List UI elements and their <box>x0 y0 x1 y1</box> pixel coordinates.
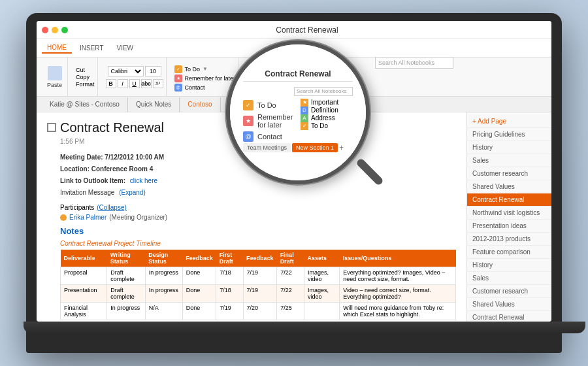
mag-inner: ✓ To Do ★ Remember for later @ Contact <box>243 99 353 143</box>
sidebar-item-shared1[interactable]: Shared Values <box>467 180 551 193</box>
address-icon: A <box>301 114 308 122</box>
mag-todo-label: To Do <box>257 101 276 109</box>
title-bar: Contract Renewal <box>37 21 551 39</box>
col-writing: Writing Status <box>107 250 145 267</box>
bold-button[interactable]: B <box>106 79 116 88</box>
sidebar-item-pricing[interactable]: Pricing Guidelines <box>467 128 551 141</box>
invitation-label: Invitation Message <box>60 189 114 196</box>
tab-katie[interactable]: Katie @ Sites - Contoso <box>42 97 128 112</box>
tag-remember-button[interactable]: ★ Remember for later <box>174 75 236 82</box>
mag-search-bar: Search All Notebooks <box>294 87 353 96</box>
magnifier-overlay: Contract Renewal Search All Notebooks ✓ … <box>226 41 370 184</box>
right-sidebar: + Add Page Pricing Guidelines History Sa… <box>466 112 551 322</box>
important-icon: ★ <box>301 99 308 107</box>
participant-item: Erika Palmer (Meeting Organizer) <box>60 214 456 221</box>
maximize-button[interactable] <box>61 27 68 33</box>
link-label: Link to Outlook Item: <box>60 177 125 184</box>
table-row: Financial Analysis In progress N/A Done … <box>61 303 456 320</box>
definition-label: Definition <box>311 107 338 114</box>
mag-left: ✓ To Do ★ Remember for later @ Contact <box>243 99 295 143</box>
participants-section: Participants (Collapse) Erika Palmer (Me… <box>60 204 456 221</box>
mag-right: ★ Important D Definition A Address ✓ <box>301 99 353 143</box>
col-finaldraft: Final Draft <box>277 250 304 267</box>
project-table: Deliverable Writing Status Design Status… <box>60 250 456 320</box>
mag-tab-team-meetings[interactable]: Team Meetings <box>243 143 291 152</box>
italic-button[interactable]: I <box>118 79 128 88</box>
font-size-input[interactable] <box>145 66 161 76</box>
mag-tag-todo: ✓ To Do <box>243 99 295 112</box>
sidebar-item-northwind[interactable]: Northwind visit logistics <box>467 207 551 220</box>
mag-notebook-tabs: Team Meetings New Section 1 + <box>243 143 353 152</box>
notes-heading: Notes <box>60 226 456 236</box>
sidebar-item-presentation[interactable]: Presentation ideas <box>467 220 551 233</box>
tag-contact-button[interactable]: @ Contact <box>174 84 236 92</box>
participant-name[interactable]: Erika Palmer <box>69 214 106 221</box>
col-feedback1: Feedback <box>182 250 216 267</box>
sidebar-item-customer1[interactable]: Customer research <box>467 167 551 180</box>
mag-tag-remember: ★ Remember for later <box>243 112 295 130</box>
page-title-checkbox[interactable] <box>47 123 56 132</box>
sidebar-item-sales1[interactable]: Sales <box>467 154 551 167</box>
format-button[interactable]: Format <box>76 81 95 88</box>
collapse-link[interactable]: (Collapse) <box>97 204 127 211</box>
tab-contoso[interactable]: Contoso <box>180 97 220 112</box>
edit-group: Cut Copy Format <box>73 58 98 96</box>
strikethrough-button[interactable]: abc <box>141 79 152 88</box>
add-page-button[interactable]: + Add Page <box>467 115 551 128</box>
mag-add-tab-button[interactable]: + <box>339 143 344 152</box>
sidebar-item-shared2[interactable]: Shared Values <box>467 298 551 311</box>
tab-home[interactable]: HOME <box>42 42 72 54</box>
todo-check-icon: ✓ <box>301 122 308 130</box>
tags-group: ✓ To Do ▼ ★ Remember for later @ Contact <box>172 58 239 96</box>
laptop-outer: Contract Renewal HOME INSERT VIEW Paste <box>26 13 562 353</box>
clipboard-group: Paste <box>42 58 68 96</box>
minimize-button[interactable] <box>52 27 58 33</box>
mag-tag-contact: @ Contact <box>243 130 295 143</box>
paste-button[interactable]: Paste <box>44 65 65 90</box>
font-group: Calibri B I U abc X² <box>103 58 167 96</box>
sidebar-item-contract1[interactable]: Contract Renewal <box>467 193 551 207</box>
mag-right-address: A Address <box>301 114 353 122</box>
tag-todo-button[interactable]: ✓ To Do ▼ <box>174 65 236 73</box>
tab-insert[interactable]: INSERT <box>74 43 109 53</box>
sidebar-item-sales2[interactable]: Sales <box>467 272 551 285</box>
window-title: Contract Renewal <box>68 25 546 35</box>
superscript-button[interactable]: X² <box>153 79 163 88</box>
copy-button[interactable]: Copy <box>76 74 90 80</box>
sidebar-item-feature[interactable]: Feature comparison <box>467 246 551 259</box>
sidebar-item-2012products[interactable]: 2012-2013 products <box>467 233 551 246</box>
col-issues: Issues/Questions <box>340 250 456 267</box>
table-row: Proposal Draft complete In progress Done… <box>61 267 456 285</box>
traffic-lights <box>42 27 68 33</box>
tab-view[interactable]: VIEW <box>112 43 139 53</box>
mag-contact-icon: @ <box>243 131 253 142</box>
participants-label: Participants <box>60 204 94 211</box>
close-button[interactable] <box>42 27 48 33</box>
sidebar-item-customer2[interactable]: Customer research <box>467 285 551 298</box>
col-firstdraft: First Draft <box>216 250 243 267</box>
underline-button[interactable]: U <box>129 79 140 88</box>
col-feedback2: Feedback <box>243 250 277 267</box>
mag-tab-new-section[interactable]: New Section 1 <box>292 143 338 152</box>
mag-right-definition: D Definition <box>301 107 353 114</box>
sidebar-item-history2[interactable]: History <box>467 259 551 272</box>
mag-remember-label: Remember for later <box>257 113 295 129</box>
col-deliverable: Deliverable <box>61 250 107 267</box>
cut-button[interactable]: Cut <box>76 67 85 73</box>
col-design: Design Status <box>145 250 182 267</box>
important-label: Important <box>311 99 338 106</box>
participant-role: (Meeting Organizer) <box>109 214 167 221</box>
search-bar: Search All Notebooks <box>375 57 453 69</box>
laptop-screen: Contract Renewal HOME INSERT VIEW Paste <box>37 21 551 322</box>
col-assets: Assets <box>304 250 340 267</box>
font-name-select[interactable]: Calibri <box>108 66 144 76</box>
sidebar-item-history1[interactable]: History <box>467 141 551 154</box>
table-title: Contract Renewal Project Timeline <box>60 240 456 247</box>
outlook-link[interactable]: click here <box>130 177 157 184</box>
table-row: Presentation Draft complete In progress … <box>61 285 456 303</box>
tab-quick-notes[interactable]: Quick Notes <box>128 97 180 112</box>
magnifier-content: Contract Renewal Search All Notebooks ✓ … <box>230 44 366 180</box>
sidebar-item-contract2[interactable]: Contract Renewal <box>467 311 551 322</box>
address-label: Address <box>311 114 335 122</box>
expand-link[interactable]: (Expand) <box>119 189 146 196</box>
